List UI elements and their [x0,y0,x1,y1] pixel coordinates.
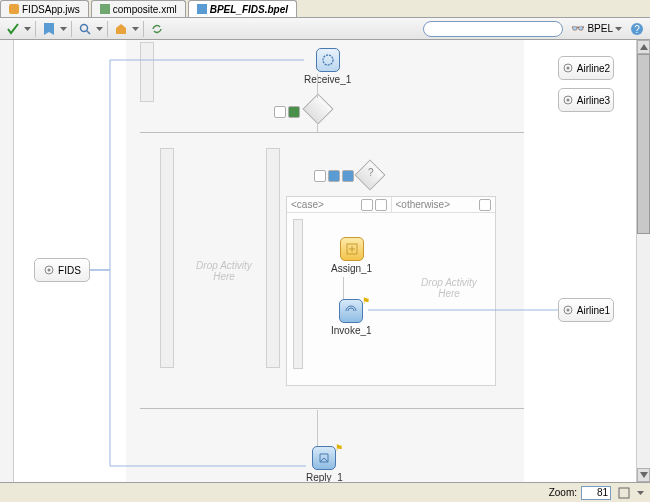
partner-label: Airline1 [577,305,610,316]
otherwise-label: <otherwise> [396,199,450,210]
sequence-lane[interactable] [160,148,174,368]
gear-icon [562,304,574,316]
chevron-down-icon[interactable] [24,27,31,31]
drop-zone[interactable]: Drop Activity Here [409,277,489,299]
chevron-down-icon[interactable] [60,27,67,31]
activity-label: Receive_1 [304,74,351,85]
receive-icon [316,48,340,72]
zoom-fit-button[interactable] [615,484,633,502]
switch-container: <case> <otherwise> Assign_1 [286,196,496,386]
xml-icon [100,4,110,14]
gateway-toolbar [274,106,300,118]
gear-icon [43,264,55,276]
assign-icon [340,237,364,261]
tab-composite[interactable]: composite.xml [91,0,186,17]
glasses-icon: 👓 [571,22,585,35]
diagram-viewport: FIDS Airline2 Airline3 Airline1 Receive_… [0,40,636,482]
refresh-button[interactable] [148,20,166,38]
svg-rect-15 [619,488,629,498]
diagram-canvas[interactable]: FIDS Airline2 Airline3 Airline1 Receive_… [14,40,636,482]
tool-icon[interactable] [288,106,300,118]
flow-line [317,74,318,98]
chevron-down-icon[interactable] [132,27,139,31]
partner-label: FIDS [58,265,81,276]
home-button[interactable] [112,20,130,38]
tab-label: FIDSApp.jws [22,4,80,15]
reply-activity[interactable]: ⚑ Reply_1 [306,446,343,482]
expand-icon[interactable] [375,199,387,211]
mode-label: BPEL [587,23,613,34]
jws-icon [9,4,19,14]
chevron-down-icon[interactable] [615,27,622,31]
partner-link-airline3[interactable]: Airline3 [558,88,614,112]
separator [35,21,36,37]
tool-icon[interactable] [342,170,354,182]
editor-toolbar: 👓 BPEL ? [0,18,650,40]
expand-icon[interactable] [479,199,491,211]
activity-label: Reply_1 [306,472,343,482]
scroll-thumb[interactable] [637,54,650,234]
scope-gateway[interactable] [307,98,329,120]
editor-tab-bar: FIDSApp.jws composite.xml BPEL_FIDS.bpel [0,0,650,18]
warning-flag-icon: ⚑ [335,443,343,453]
svg-point-7 [566,67,569,70]
tool-icon[interactable] [314,170,326,182]
tab-label: BPEL_FIDS.bpel [210,4,288,15]
validate-button[interactable] [4,20,22,38]
invoke-icon: ⚑ [339,299,363,323]
partner-label: Airline3 [577,95,610,106]
status-bar: Zoom: [0,482,650,502]
flow-line [317,410,318,446]
flow-line [343,277,344,299]
case-label: <case> [291,199,324,210]
svg-text:?: ? [634,24,640,35]
flow-line [317,122,318,132]
separator-line [140,132,524,133]
separator [143,21,144,37]
partner-label: Airline2 [577,63,610,74]
scroll-down-button[interactable] [637,468,650,482]
svg-line-1 [87,31,90,34]
partner-link-fids[interactable]: FIDS [34,258,90,282]
switch-gateway[interactable]: ? [359,164,381,186]
warning-flag-icon: ⚑ [362,296,370,306]
tab-bpel-fids[interactable]: BPEL_FIDS.bpel [188,0,297,17]
tool-icon[interactable] [274,106,286,118]
component-palette[interactable] [0,40,14,482]
svg-point-9 [566,99,569,102]
receive-activity[interactable]: Receive_1 [304,48,351,85]
svg-point-11 [566,309,569,312]
activity-label: Assign_1 [331,263,372,274]
sequence-lane[interactable] [293,219,303,369]
gear-icon [562,62,574,74]
edit-icon[interactable] [361,199,373,211]
zoom-input[interactable] [581,486,611,500]
drop-zone[interactable]: Drop Activity Here [184,260,264,282]
partner-link-airline1[interactable]: Airline1 [558,298,614,322]
chevron-down-icon[interactable] [637,491,644,495]
scroll-up-button[interactable] [637,40,650,54]
reply-icon: ⚑ [312,446,336,470]
partner-link-airline2[interactable]: Airline2 [558,56,614,80]
search-input[interactable] [423,21,563,37]
tab-label: composite.xml [113,4,177,15]
case-branch-header[interactable]: <case> [287,197,392,213]
assign-activity[interactable]: Assign_1 [331,237,372,274]
switch-toolbar [314,170,354,182]
otherwise-branch-header[interactable]: <otherwise> [392,197,496,213]
tab-fidsapp[interactable]: FIDSApp.jws [0,0,89,17]
lane-collapse-handle[interactable] [140,42,154,102]
invoke-activity[interactable]: ⚑ Invoke_1 [331,299,372,336]
svg-point-0 [81,24,88,31]
bpel-icon [197,4,207,14]
vertical-scrollbar[interactable] [636,40,650,482]
gear-icon [562,94,574,106]
bookmark-button[interactable] [40,20,58,38]
tool-icon[interactable] [328,170,340,182]
find-button[interactable] [76,20,94,38]
chevron-down-icon[interactable] [96,27,103,31]
sequence-lane[interactable] [266,148,280,368]
help-button[interactable]: ? [628,20,646,38]
separator [107,21,108,37]
scroll-track[interactable] [637,54,650,468]
